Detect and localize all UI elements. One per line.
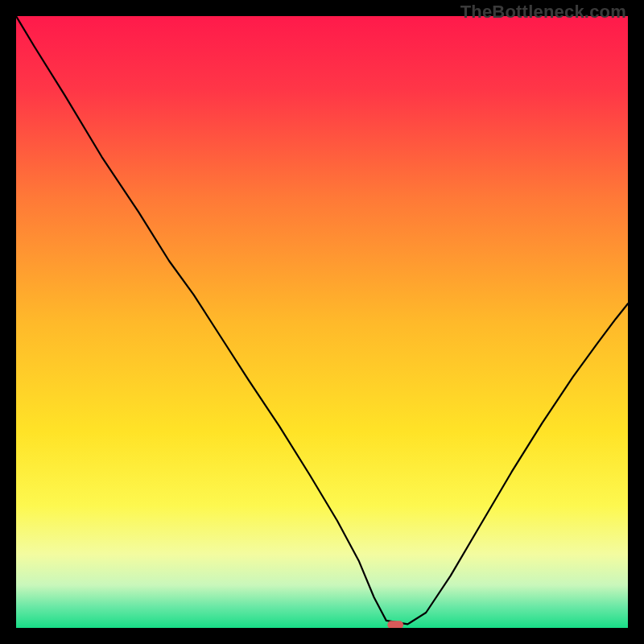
marker-layer [387,621,403,628]
watermark-text: TheBottleneck.com [460,2,626,23]
chart-frame: TheBottleneck.com [0,0,644,644]
gradient-background [16,16,628,628]
plot-area [16,16,628,628]
marker-optimal-point [387,621,403,628]
chart-canvas [16,16,628,628]
